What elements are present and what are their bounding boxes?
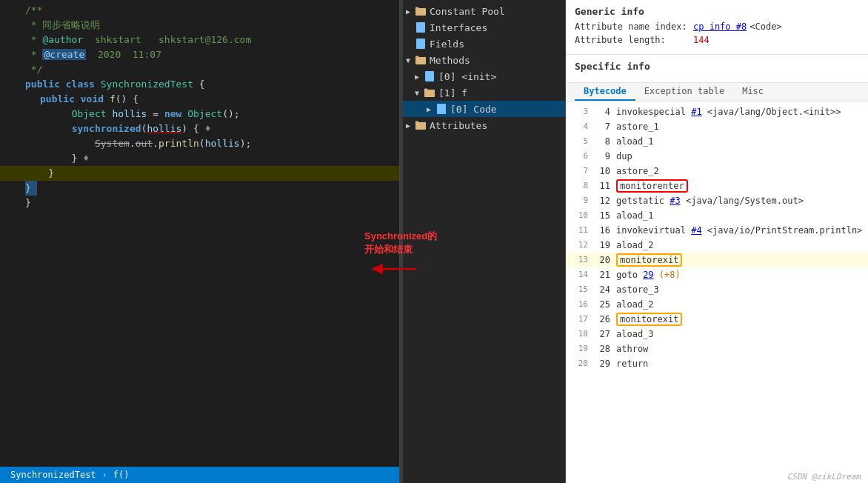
line-content: * @create 2020 11:07 xyxy=(22,47,399,62)
tree-item-interfaces[interactable]: Interfaces xyxy=(403,19,565,36)
bc-linenum: 11 xyxy=(572,223,588,238)
bytecode-area[interactable]: 3 4 invokespecial #1 <java/lang/Object.<… xyxy=(566,101,868,470)
bc-linenum: 3 xyxy=(572,104,588,119)
bc-offset: 4 xyxy=(594,104,610,119)
bc-offset: 20 xyxy=(594,253,610,267)
code-line-13: } xyxy=(0,181,399,196)
generic-info: Generic info Attribute name index: cp in… xyxy=(566,0,868,55)
svg-rect-2 xyxy=(416,39,425,49)
code-line-8: Object hollis = new Object(); xyxy=(0,107,399,121)
line-number xyxy=(0,196,22,210)
svg-rect-4 xyxy=(425,71,434,81)
bc-linenum: 7 xyxy=(572,164,588,179)
bc-linenum: 13 xyxy=(572,253,588,267)
line-number xyxy=(0,107,22,121)
tree-label: Interfaces xyxy=(430,22,487,33)
line-number xyxy=(0,3,22,18)
bc-line-13: 19 28 athrow xyxy=(566,342,868,356)
code-line-14: } xyxy=(0,196,399,210)
bc-content: aload_2 xyxy=(616,297,862,312)
bc-offset: 29 xyxy=(594,356,610,371)
svg-rect-1 xyxy=(416,22,425,33)
attr-name-row: Attribute name index: cp info #8 <Code> xyxy=(575,21,859,32)
line-content: public void f() { xyxy=(22,92,399,107)
attr-length-label: Attribute length: xyxy=(575,35,693,45)
code-line-10: System.out.println(hollis); xyxy=(0,136,399,151)
tree-item-f[interactable]: ▼ [1] f xyxy=(403,84,565,101)
tree-label: Constant Pool xyxy=(430,6,505,17)
tree-label: [1] f xyxy=(438,87,467,99)
bc-linenum: 8 xyxy=(572,179,588,193)
bc-content: aload_1 xyxy=(616,134,862,149)
bc-line-10: 15 24 astore_3 xyxy=(566,282,868,297)
tab-bytecode[interactable]: Bytecode xyxy=(575,83,635,101)
line-number xyxy=(0,62,22,77)
tab-exception-table[interactable]: Exception table xyxy=(635,83,733,101)
bc-line-goto: 14 21 goto 29 (+8) xyxy=(566,267,868,282)
bc-offset: 9 xyxy=(594,149,610,164)
tree-label: Methods xyxy=(430,55,470,66)
chevron-down-icon: ▼ xyxy=(415,89,424,97)
bc-content: return xyxy=(616,356,862,371)
bc-content: astore_2 xyxy=(616,164,862,179)
tree-item-attributes[interactable]: ▶ Attributes xyxy=(403,117,565,133)
bc-content: aload_3 xyxy=(616,327,862,342)
line-number xyxy=(0,47,22,62)
breadcrumb-file: SynchronizedTest xyxy=(10,470,96,480)
line-content: * 同步省略说明 xyxy=(22,18,399,33)
tree-area[interactable]: ▶ Constant Pool Interfaces xyxy=(403,0,565,483)
bc-line-7: 10 15 aload_1 xyxy=(566,208,868,223)
bc-linenum: 14 xyxy=(572,267,588,282)
attr-name-link[interactable]: cp info #8 xyxy=(693,21,747,32)
bc-content: invokespecial #1 <java/lang/Object.<init… xyxy=(616,104,862,119)
code-line-12: } xyxy=(0,166,399,181)
bc-content: invokevirtual #4 <java/io/PrintStream.pr… xyxy=(616,223,862,238)
folder-icon xyxy=(415,119,427,131)
file-icon xyxy=(435,103,447,115)
breadcrumb-method: f() xyxy=(113,470,130,480)
bc-content: getstatic #3 <java/lang/System.out> xyxy=(616,193,862,208)
line-content: } xyxy=(22,166,399,181)
line-content: * @author shkstart shkstart@126.com xyxy=(22,33,399,47)
chevron-right-icon: ▶ xyxy=(415,73,424,81)
bc-line-monitorexit-2: 17 26 monitorexit xyxy=(566,312,868,327)
code-panel: /** * 同步省略说明 * @author shkstart shkstart… xyxy=(0,0,400,483)
chevron-right-icon: ▶ xyxy=(406,7,415,16)
bc-offset: 24 xyxy=(594,282,610,297)
tab-misc[interactable]: Misc xyxy=(733,83,772,101)
code-area[interactable]: /** * 同步省略说明 * @author shkstart shkstart… xyxy=(0,0,399,467)
line-content: */ xyxy=(22,62,399,77)
line-number xyxy=(0,151,22,166)
bc-offset: 8 xyxy=(594,134,610,149)
line-content: } xyxy=(22,181,399,196)
line-number xyxy=(0,121,22,136)
tree-item-constant-pool[interactable]: ▶ Constant Pool xyxy=(403,3,565,19)
bc-content: astore_3 xyxy=(616,282,862,297)
line-content: System.out.println(hollis); xyxy=(22,136,399,151)
bc-content: monitorenter xyxy=(616,179,862,193)
file-icon xyxy=(415,21,427,33)
bc-linenum: 10 xyxy=(572,208,588,223)
line-content: Object hollis = new Object(); xyxy=(22,107,399,121)
bc-content: dup xyxy=(616,149,862,164)
tree-item-code[interactable]: ▶ [0] Code xyxy=(403,101,565,117)
tree-item-init[interactable]: ▶ [0] <init> xyxy=(403,68,565,84)
chevron-down-icon: ▼ xyxy=(406,56,415,64)
tree-item-fields[interactable]: Fields xyxy=(403,36,565,52)
tree-item-methods[interactable]: ▼ Methods xyxy=(403,52,565,68)
code-line-6: public class SynchronizedTest { xyxy=(0,77,399,92)
bc-line-12: 18 27 aload_3 xyxy=(566,327,868,342)
bc-offset: 15 xyxy=(594,208,610,223)
code-line-11: } ♦ xyxy=(0,151,399,166)
generic-title: Generic info xyxy=(575,6,859,17)
bc-content: astore_1 xyxy=(616,119,862,134)
line-number xyxy=(0,77,22,92)
bc-content: goto 29 (+8) xyxy=(616,267,862,282)
bc-offset: 19 xyxy=(594,238,610,253)
bc-content: monitorexit xyxy=(616,312,862,327)
chevron-right-icon: ▶ xyxy=(406,121,415,130)
file-icon xyxy=(424,70,435,82)
code-line-4: * @create 2020 11:07 xyxy=(0,47,399,62)
line-number xyxy=(0,181,22,196)
line-number xyxy=(0,166,22,181)
